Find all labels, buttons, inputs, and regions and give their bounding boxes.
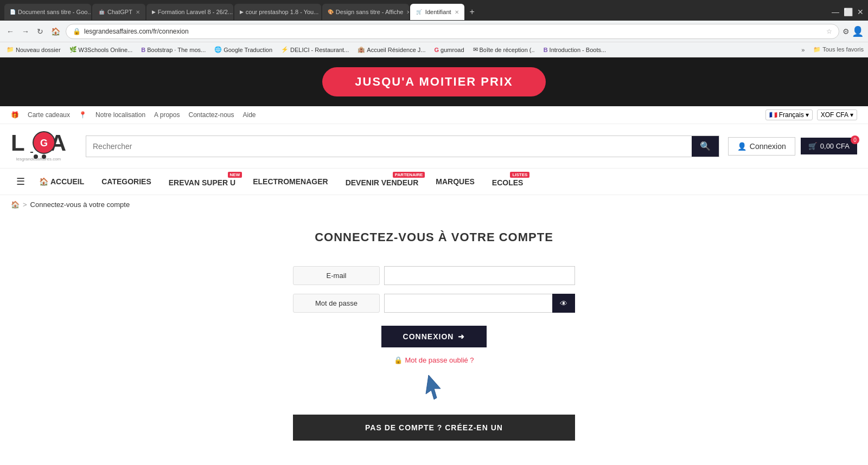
bookmark-8[interactable]: ✉ Boîte de réception (..	[471, 45, 537, 54]
maximize-button[interactable]: ⬜	[844, 8, 853, 16]
svg-text:G: G	[40, 138, 48, 148]
breadcrumb-current: Connectez-vous à votre compte	[30, 201, 130, 209]
currency-selector[interactable]: XOF CFA ▾	[817, 109, 857, 120]
bookmark-6[interactable]: 🏨 Accueil Résidence J...	[355, 45, 427, 54]
submit-row: CONNEXION ➜	[293, 326, 575, 347]
tab-3-icon: ▶	[152, 8, 156, 16]
bookmark-9[interactable]: B Introduction - Boots...	[541, 46, 609, 54]
nav-item-accueil[interactable]: 🏠 ACCUEIL	[30, 170, 93, 193]
logo[interactable]: L G A lesgrandesaffaires.com	[11, 131, 66, 162]
email-input-container	[384, 266, 575, 285]
nav-item-categories[interactable]: CATEGORIES	[93, 170, 160, 193]
browser-tab-bar: 📄 Document sans titre - Goo... ✕ 🤖 ChatG…	[0, 0, 868, 21]
favorites-label[interactable]: 📁 Tous les favoris	[813, 46, 864, 53]
bookmark-1[interactable]: 📁 Nouveau dossier	[4, 45, 63, 54]
banner-button[interactable]: JUSQU'A MOITIER PRIX	[322, 67, 545, 96]
tab-6-label: Identifiant	[425, 9, 451, 15]
bookmark-7-icon: G	[435, 47, 439, 53]
email-input[interactable]	[384, 266, 575, 285]
aide-link[interactable]: Aide	[243, 111, 256, 119]
connexion-button[interactable]: 👤 Connexion	[728, 137, 795, 156]
hamburger-menu[interactable]: ☰	[11, 169, 30, 194]
nav-item-electromenager[interactable]: ELECTROMENAGER	[244, 170, 336, 193]
header-actions: 👤 Connexion 0 🛒 0,00 CFA	[728, 137, 857, 156]
bookmark-4-label: Google Traduction	[224, 47, 272, 53]
bookmark-3[interactable]: B Bootstrap · The mos...	[139, 46, 208, 54]
apropos-link[interactable]: A propos	[154, 111, 180, 119]
star-icon: ☆	[826, 28, 832, 35]
nav-bar: ☰ 🏠 ACCUEIL CATEGORIES NEW EREVAN SUPER …	[0, 168, 868, 195]
user-icon: 👤	[737, 142, 746, 151]
nav-item-ecoles[interactable]: LISTES ECOLES	[483, 169, 532, 195]
cart-button[interactable]: 0 🛒 0,00 CFA	[801, 138, 857, 154]
nav-badge-listes: LISTES	[510, 172, 529, 178]
nav-item-erevan[interactable]: NEW EREVAN SUPER U	[160, 169, 244, 195]
bookmarks-bar: 📁 Nouveau dossier 🌿 W3Schools Online... …	[0, 42, 868, 57]
nav-badge-partenaire: PARTENAIRE	[393, 172, 425, 178]
localisation-link[interactable]: Notre localisation	[95, 111, 145, 119]
bookmark-5[interactable]: ⚡ DELICI - Restaurant...	[279, 45, 351, 54]
tab-controls: — ⬜ ✕	[832, 8, 868, 16]
bookmark-2-label: W3Schools Online...	[79, 47, 133, 53]
browser-tab-3[interactable]: ▶ Formation Laravel 8 - 26/2... ✕	[146, 4, 233, 20]
svg-point-4	[42, 154, 46, 159]
language-selector[interactable]: 🇫🇷 Français ▾	[765, 109, 813, 120]
browser-tab-5[interactable]: 🎨 Design sans titre - Affiche ✕	[322, 4, 409, 20]
address-bar[interactable]: 🔒 lesgrandesaffaires.com/fr/connexion ☆	[66, 24, 839, 39]
browser-tab-4[interactable]: ▶ cour prestashop 1.8 - You... ✕	[234, 4, 321, 20]
nav-item-marques[interactable]: MARQUES	[427, 170, 483, 193]
browser-tab-1[interactable]: 📄 Document sans titre - Goo... ✕	[4, 4, 91, 20]
site-header: L G A lesgrandesaffaires.com 🔍	[0, 124, 868, 168]
browser-tab-6[interactable]: 🛒 Identifiant ✕	[410, 4, 464, 20]
tab-6-close[interactable]: ✕	[455, 9, 459, 15]
tab-5-close[interactable]: ✕	[406, 9, 409, 15]
contact-link[interactable]: Contactez-nous	[188, 111, 234, 119]
profile-icon[interactable]: 👤	[852, 25, 864, 37]
minimize-button[interactable]: —	[832, 8, 839, 16]
password-label-container: Mot de passe	[293, 294, 380, 313]
search-input[interactable]	[86, 136, 692, 157]
language-label: Français	[779, 111, 804, 119]
search-button[interactable]: 🔍	[692, 136, 719, 157]
nav-item-vendeur[interactable]: PARTENAIRE DEVENIR VENDEUR	[337, 169, 427, 195]
login-submit-label: CONNEXION	[403, 332, 454, 341]
login-title: CONNECTEZ-VOUS À VOTRE COMPTE	[315, 230, 553, 244]
top-bar-right: 🇫🇷 Français ▾ XOF CFA ▾	[765, 109, 857, 120]
back-button[interactable]: ←	[4, 26, 16, 37]
bookmark-9-label: Introduction - Boots...	[550, 47, 607, 53]
browser-tab-2[interactable]: 🤖 ChatGPT ✕	[92, 4, 145, 20]
home-button[interactable]: 🏠	[49, 26, 62, 37]
extensions-icon[interactable]: ⚙	[843, 27, 850, 36]
new-tab-button[interactable]: +	[465, 7, 479, 17]
create-account-label: PAS DE COMPTE ? CRÉEZ-EN UN	[365, 423, 503, 432]
email-label-container: E-mail	[293, 266, 380, 285]
password-toggle-button[interactable]: 👁	[552, 294, 575, 313]
forgot-password-link[interactable]: 🔒 Mot de passe oublié ?	[293, 356, 575, 364]
tab-1-label: Document sans titre - Goo...	[18, 9, 91, 15]
carte-cadeaux-link[interactable]: Carte cadeaux	[28, 111, 70, 119]
breadcrumb: 🏠 > Connectez-vous à votre compte	[0, 195, 868, 214]
cart-badge: 0	[851, 135, 859, 144]
tab-5-icon: 🎨	[328, 8, 334, 16]
login-submit-button[interactable]: CONNEXION ➜	[381, 326, 487, 347]
bookmark-4[interactable]: 🌐 Google Traduction	[212, 45, 275, 54]
bookmark-8-icon: ✉	[473, 46, 478, 53]
password-row-container: Mot de passe 👁	[293, 294, 575, 313]
forward-button[interactable]: →	[20, 26, 31, 37]
reload-button[interactable]: ↻	[35, 26, 46, 37]
banner: JUSQU'A MOITIER PRIX	[0, 57, 868, 106]
bookmark-6-icon: 🏨	[358, 46, 365, 53]
bookmark-8-label: Boîte de réception (..	[480, 47, 535, 53]
nav-label-erevan: EREVAN SUPER U	[169, 178, 235, 187]
bookmark-7[interactable]: G gumroad	[432, 46, 467, 54]
password-input[interactable]	[384, 294, 552, 313]
tab-2-close[interactable]: ✕	[136, 9, 140, 15]
bookmark-1-icon: 📁	[7, 46, 14, 53]
logo-circle: G	[25, 131, 50, 156]
bookmark-2[interactable]: 🌿 W3Schools Online...	[67, 45, 135, 54]
create-account-bar[interactable]: PAS DE COMPTE ? CRÉEZ-EN UN	[293, 415, 575, 441]
toolbar-icons: ⚙ 👤	[843, 25, 864, 37]
close-button[interactable]: ✕	[857, 8, 864, 16]
breadcrumb-home-icon[interactable]: 🏠	[11, 201, 20, 209]
bookmarks-more[interactable]: »	[801, 47, 805, 53]
